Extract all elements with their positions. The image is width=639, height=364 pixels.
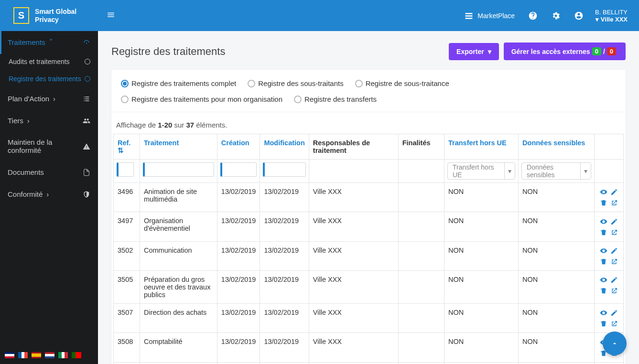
view-icon[interactable] [600, 217, 607, 225]
export-icon[interactable] [610, 199, 618, 207]
user-menu[interactable]: B. BELLITY ▾ Ville XXX [590, 9, 639, 23]
filter-traitement-input[interactable] [143, 162, 214, 177]
radio-option-1[interactable]: Registre des sous-traitants [248, 79, 343, 87]
delete-icon[interactable] [600, 228, 607, 236]
delete-icon[interactable] [600, 199, 607, 207]
sidebar-sub-1[interactable]: Audits et traitements [0, 53, 98, 70]
col-transfert[interactable]: Transfert hors UE [444, 134, 518, 160]
col-traitement[interactable]: Traitement [140, 134, 217, 160]
cell-traitement: Comptabilité [140, 333, 217, 362]
marketplace-link[interactable]: MarketPlace [457, 11, 521, 21]
filter-modification-input[interactable] [263, 162, 305, 177]
table-row: 3505Préparation du gros oeuvre et des tr… [114, 271, 624, 304]
edit-icon[interactable] [610, 188, 618, 196]
cell-finalites [398, 333, 444, 362]
view-icon[interactable] [600, 276, 607, 284]
sidebar-group-7[interactable]: Conformité› [0, 183, 98, 205]
sidebar-group-5[interactable]: Maintien de la conformité [0, 131, 98, 161]
manage-access-button[interactable]: Gérer les accès externes 0 / 0 [504, 43, 626, 60]
language-switcher [0, 346, 98, 364]
cell-transfert: NON [444, 183, 518, 212]
account-button[interactable] [567, 11, 590, 21]
export-icon[interactable] [610, 228, 618, 236]
radio-option-3[interactable]: Registre des traitements pour mon organi… [121, 95, 282, 103]
scroll-top-button[interactable] [603, 332, 627, 355]
delete-icon[interactable] [600, 257, 607, 266]
sidebar-sub-label: Registre des traitements [9, 75, 81, 83]
edit-icon[interactable] [610, 309, 618, 317]
filter-actions-cell [594, 160, 623, 183]
export-icon[interactable] [610, 320, 618, 328]
cell-modification: 13/02/2019 [260, 333, 309, 362]
export-icon[interactable] [610, 257, 618, 266]
radio-dot-icon [248, 80, 255, 87]
delete-icon[interactable] [600, 320, 607, 328]
chevron-icon: › [27, 117, 30, 125]
col-donnees[interactable]: Données sensibles [519, 134, 595, 160]
cell-actions [594, 304, 623, 333]
cell-responsables: Ville XXX [309, 271, 398, 304]
col-actions [594, 134, 623, 160]
cell-ref: 3502 [114, 241, 140, 270]
table-row: 3511Direction administrative et financiè… [114, 362, 624, 364]
flag-fr[interactable] [18, 352, 28, 358]
cell-traitement: Direction des achats [140, 304, 217, 333]
cell-responsables: Ville XXX [309, 241, 398, 270]
settings-button[interactable] [544, 11, 567, 21]
delete-icon[interactable] [600, 287, 607, 295]
radio-dot-icon [121, 96, 129, 103]
edit-icon[interactable] [610, 276, 618, 284]
marketplace-label: MarketPlace [477, 12, 515, 20]
radio-option-4[interactable]: Registre des transferts [294, 95, 377, 103]
edit-icon[interactable] [610, 246, 618, 255]
sidebar-group-0[interactable]: Traitements˅ [0, 31, 98, 53]
col-ref[interactable]: Ref. ⇅ [114, 134, 140, 160]
filter-transfert-select[interactable]: Transfert hors UE ▾ [447, 162, 515, 180]
flag-it[interactable] [58, 352, 68, 358]
sidebar-group-4[interactable]: Tiers› [0, 109, 98, 131]
cell-donnees: NON [519, 362, 595, 364]
file-icon [83, 168, 90, 176]
caret-down-icon: ▾ [580, 163, 591, 179]
gauge-icon [83, 38, 90, 46]
col-modification[interactable]: Modification [260, 134, 309, 160]
edit-icon[interactable] [610, 217, 618, 225]
sidebar-group-6[interactable]: Documents [0, 161, 98, 183]
view-icon[interactable] [600, 309, 607, 317]
cell-creation: 13/02/2019 [217, 212, 260, 241]
cell-ref: 3507 [114, 304, 140, 333]
view-icon[interactable] [600, 246, 607, 255]
flag-nl[interactable] [45, 352, 54, 358]
logo[interactable]: S Smart Global Privacy [0, 7, 98, 24]
flag-pt[interactable] [72, 352, 81, 358]
menu-toggle[interactable] [98, 11, 124, 21]
cell-ref: 3497 [114, 212, 140, 241]
cell-finalites [398, 183, 444, 212]
filter-ref-input[interactable] [117, 162, 134, 177]
flag-es[interactable] [32, 352, 41, 358]
cell-transfert: NON [444, 362, 518, 364]
svg-rect-0 [466, 13, 473, 14]
filter-creation-input[interactable] [220, 162, 257, 177]
export-button[interactable]: Exporter▾ [449, 43, 499, 60]
radio-option-2[interactable]: Registre de sous-traitance [355, 79, 449, 87]
filter-donnees-select[interactable]: Données sensibles ▾ [521, 162, 591, 180]
sidebar-group-label: Traitements [8, 38, 45, 46]
topbar: S Smart Global Privacy MarketPlace B. BE… [0, 0, 639, 31]
export-icon[interactable] [610, 287, 618, 295]
view-icon[interactable] [600, 188, 607, 196]
cell-modification: 13/02/2019 [260, 271, 309, 304]
col-creation[interactable]: Création [217, 134, 260, 160]
radio-option-0[interactable]: Registre des traitements complet [121, 79, 236, 87]
cell-traitement: Animation de site multimédia [140, 183, 217, 212]
radio-label: Registre des sous-traitants [258, 79, 343, 87]
sidebar-sub-2[interactable]: Registre des traitements [0, 70, 98, 87]
cell-modification: 13/02/2019 [260, 183, 309, 212]
help-button[interactable] [521, 11, 544, 21]
cell-actions [594, 362, 623, 364]
caret-down-icon: ▾ [504, 163, 515, 179]
flag-uk[interactable] [5, 352, 14, 358]
cell-actions [594, 271, 623, 304]
table-row: 3507Direction des achats13/02/201913/02/… [114, 304, 624, 333]
sidebar-group-3[interactable]: Plan d'Action› [0, 87, 98, 109]
